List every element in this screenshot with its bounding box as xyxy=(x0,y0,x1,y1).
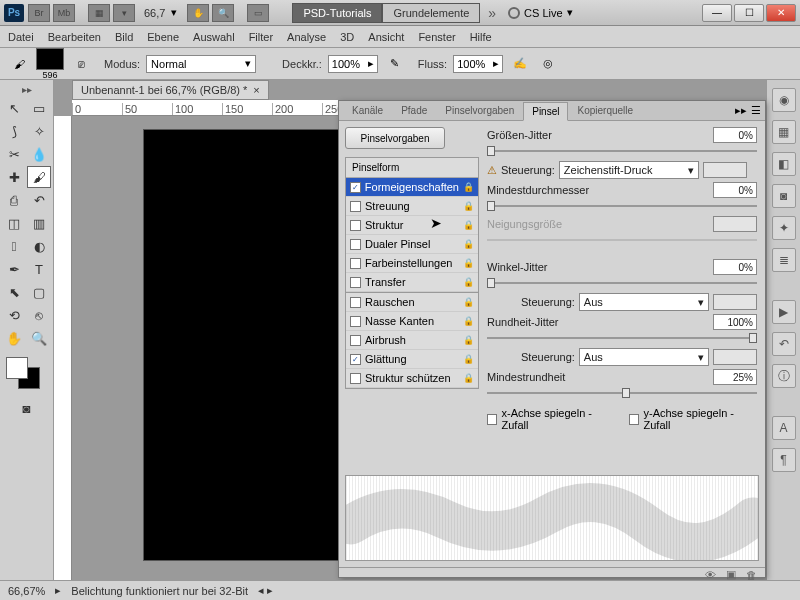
dock-masks-icon[interactable]: ◙ xyxy=(772,184,796,208)
lock-icon[interactable]: 🔒 xyxy=(463,316,474,326)
lock-icon[interactable]: 🔒 xyxy=(463,277,474,287)
size-jitter-value[interactable]: 0% xyxy=(713,127,757,143)
canvas[interactable] xyxy=(144,130,354,560)
brush-option-nasse-kanten[interactable]: Nasse Kanten🔒 xyxy=(346,312,478,331)
extras-icon[interactable]: ▦ xyxy=(88,4,110,22)
checkbox[interactable] xyxy=(350,335,361,346)
brush-preview[interactable] xyxy=(36,48,64,70)
maximize-button[interactable]: ☐ xyxy=(734,4,764,22)
min-roundness-slider[interactable] xyxy=(487,388,757,398)
brush-option-airbrush[interactable]: Airbrush🔒 xyxy=(346,331,478,350)
angle-jitter-value[interactable]: 0% xyxy=(713,259,757,275)
menu-auswahl[interactable]: Auswahl xyxy=(193,31,235,43)
menu-fenster[interactable]: Fenster xyxy=(418,31,455,43)
lasso-tool[interactable]: ⟆ xyxy=(2,120,26,142)
brush-panel-icon[interactable]: ⎚ xyxy=(70,53,92,75)
brush-option-streuung[interactable]: Streuung🔒 xyxy=(346,197,478,216)
path-tool[interactable]: ⬉ xyxy=(2,281,26,303)
blur-tool[interactable]: 𓂃 xyxy=(2,235,26,257)
brush-option-struktur[interactable]: Struktur🔒 xyxy=(346,216,478,235)
heal-tool[interactable]: ✚ xyxy=(2,166,26,188)
control3-select[interactable]: Aus▾ xyxy=(579,348,709,366)
workspace-tab-tutorials[interactable]: PSD-Tutorials xyxy=(292,3,382,23)
crop-tool[interactable]: ✂ xyxy=(2,143,26,165)
minibridge-icon[interactable]: Mb xyxy=(53,4,75,22)
lock-icon[interactable]: 🔒 xyxy=(463,239,474,249)
3d-cam-tool[interactable]: ⎋ xyxy=(27,304,51,326)
menu-bearbeiten[interactable]: Bearbeiten xyxy=(48,31,101,43)
flip-x-checkbox[interactable]: x-Achse spiegeln - Zufall xyxy=(487,407,615,431)
control2-select[interactable]: Aus▾ xyxy=(579,293,709,311)
toggle-preview-icon[interactable]: 👁 xyxy=(705,569,716,581)
dock-para-icon[interactable]: ¶ xyxy=(772,448,796,472)
menu-3d[interactable]: 3D xyxy=(340,31,354,43)
trash-icon[interactable]: 🗑 xyxy=(746,569,757,581)
stamp-tool[interactable]: ⎙ xyxy=(2,189,26,211)
menu-bild[interactable]: Bild xyxy=(115,31,133,43)
arrange-icon[interactable]: ▾ xyxy=(113,4,135,22)
checkbox[interactable]: ✓ xyxy=(350,354,361,365)
dock-char-icon[interactable]: A xyxy=(772,416,796,440)
brush-option-struktur-schützen[interactable]: Struktur schützen🔒 xyxy=(346,369,478,388)
move-tool[interactable]: ↖ xyxy=(2,97,26,119)
checkbox[interactable]: ✓ xyxy=(350,182,361,193)
menu-hilfe[interactable]: Hilfe xyxy=(470,31,492,43)
checkbox[interactable] xyxy=(350,316,361,327)
menu-analyse[interactable]: Analyse xyxy=(287,31,326,43)
bridge-icon[interactable]: Br xyxy=(28,4,50,22)
marquee-tool[interactable]: ▭ xyxy=(27,97,51,119)
tab-pinsel[interactable]: Pinsel xyxy=(523,102,568,121)
roundness-jitter-slider[interactable] xyxy=(487,333,757,343)
close-tab-icon[interactable]: × xyxy=(253,84,259,96)
menu-ansicht[interactable]: Ansicht xyxy=(368,31,404,43)
screenmode-icon[interactable]: ▭ xyxy=(247,4,269,22)
checkbox[interactable] xyxy=(350,297,361,308)
document-tab[interactable]: Unbenannt-1 bei 66,7% (RGB/8) *× xyxy=(72,80,269,100)
opacity-input[interactable]: 100%▸ xyxy=(328,55,378,73)
checkbox[interactable] xyxy=(350,201,361,212)
checkbox[interactable] xyxy=(350,277,361,288)
dodge-tool[interactable]: ◐ xyxy=(27,235,51,257)
pressure-opacity-icon[interactable]: ✎ xyxy=(384,53,406,75)
pen-tool[interactable]: ✒ xyxy=(2,258,26,280)
min-diameter-value[interactable]: 0% xyxy=(713,182,757,198)
panel-menu-icon[interactable]: ☰ xyxy=(751,104,761,117)
shape-tool[interactable]: ▢ xyxy=(27,281,51,303)
3d-tool[interactable]: ⟲ xyxy=(2,304,26,326)
pinselform-header[interactable]: Pinselform xyxy=(346,158,478,178)
dock-history-icon[interactable]: ↶ xyxy=(772,332,796,356)
control1-select[interactable]: Zeichenstift-Druck▾ xyxy=(559,161,699,179)
menu-ebene[interactable]: Ebene xyxy=(147,31,179,43)
eraser-tool[interactable]: ◫ xyxy=(2,212,26,234)
close-button[interactable]: ✕ xyxy=(766,4,796,22)
type-tool[interactable]: T xyxy=(27,258,51,280)
color-swatch[interactable] xyxy=(2,355,51,391)
brush-tool-icon[interactable]: 🖌 xyxy=(8,53,30,75)
brush-option-transfer[interactable]: Transfer🔒 xyxy=(346,273,478,292)
checkbox[interactable] xyxy=(350,373,361,384)
mode-select[interactable]: Normal▾ xyxy=(146,55,256,73)
tab-pinselvorgaben[interactable]: Pinselvorgaben xyxy=(436,101,523,120)
dock-swatches-icon[interactable]: ▦ xyxy=(772,120,796,144)
hand-tool[interactable]: ✋ xyxy=(2,327,26,349)
size-jitter-slider[interactable] xyxy=(487,146,757,156)
lock-icon[interactable]: 🔒 xyxy=(463,373,474,383)
foreground-color[interactable] xyxy=(6,357,28,379)
brush-option-glättung[interactable]: ✓Glättung🔒 xyxy=(346,350,478,369)
dock-color-icon[interactable]: ◉ xyxy=(772,88,796,112)
gradient-tool[interactable]: ▥ xyxy=(27,212,51,234)
quickmask-tool[interactable]: ◙ xyxy=(15,397,39,419)
lock-icon[interactable]: 🔒 xyxy=(463,335,474,345)
chevron-right-icon[interactable]: » xyxy=(488,5,496,21)
zoom-level[interactable]: 66,7 xyxy=(144,7,165,19)
checkbox[interactable] xyxy=(350,258,361,269)
dock-layers-icon[interactable]: ≣ xyxy=(772,248,796,272)
dock-styles-icon[interactable]: ✦ xyxy=(772,216,796,240)
checkbox[interactable] xyxy=(350,239,361,250)
panel-collapse-icon[interactable]: ▸▸ xyxy=(735,104,747,117)
brush-option-dualer-pinsel[interactable]: Dualer Pinsel🔒 xyxy=(346,235,478,254)
lock-icon[interactable]: 🔒 xyxy=(463,201,474,211)
workspace-tab-grundelemente[interactable]: Grundelemente xyxy=(382,3,480,23)
brush-option-farbeinstellungen[interactable]: Farbeinstellungen🔒 xyxy=(346,254,478,273)
minimize-button[interactable]: — xyxy=(702,4,732,22)
